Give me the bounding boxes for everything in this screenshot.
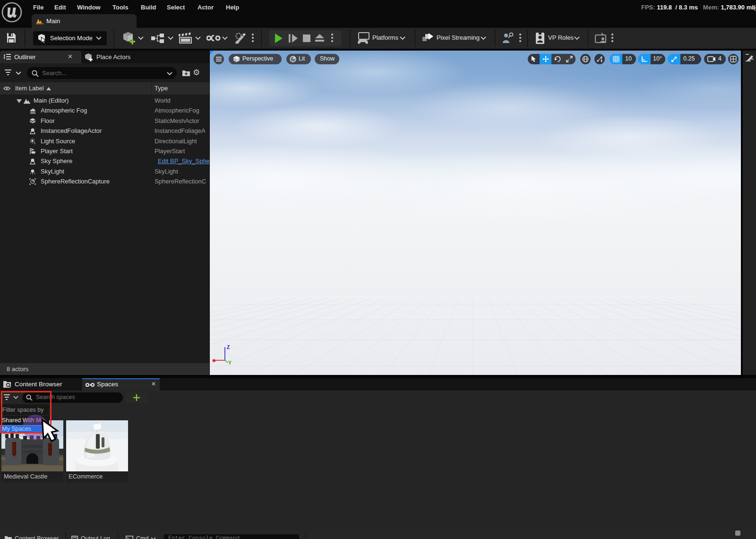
- svg-text:Y: Y: [228, 360, 232, 365]
- svg-text:✱: ✱: [212, 358, 216, 363]
- svg-text:Z: Z: [227, 345, 230, 350]
